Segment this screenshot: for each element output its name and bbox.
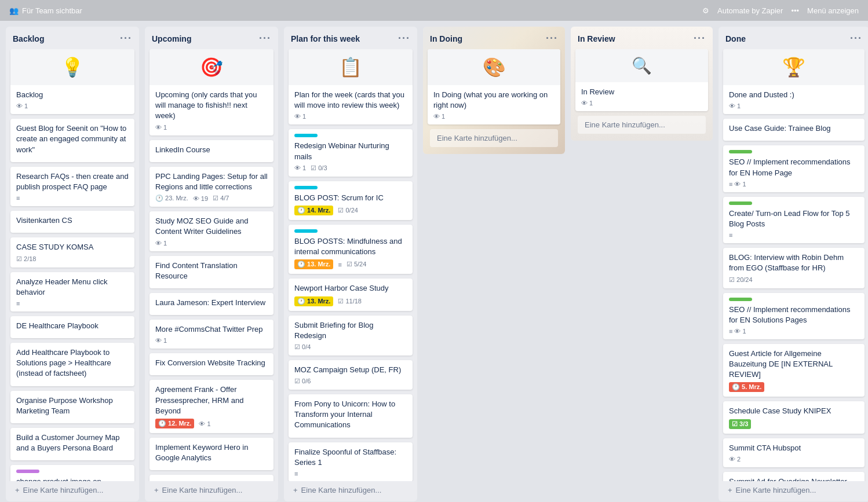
list-item[interactable]: SEO // Implement recommendations for EN … (723, 293, 865, 339)
column-menu-plan-week[interactable]: ··· (398, 32, 410, 45)
list-item[interactable]: Agreement Frank - Offer Pressesprecher, … (149, 380, 273, 433)
column-cards-backlog: 💡 Backlog 👁 1 Guest Blog for Seenit on "… (6, 49, 139, 481)
list-item[interactable]: PPC Landing Pages: Setup for all Regions… (149, 167, 273, 207)
cover-card-upcoming[interactable]: 🎯 Upcoming (only cards that you will man… (149, 49, 273, 135)
list-item[interactable]: Submit Job Position "Product Marketing M… (149, 475, 273, 481)
list-item[interactable]: Study MOZ SEO Guide and Content Writer G… (149, 211, 273, 251)
column-header-backlog: Backlog ··· (6, 27, 139, 49)
column-menu-in-doing[interactable]: ··· (546, 32, 558, 45)
list-item[interactable]: CASE STUDY KOMSA ☑ 2/18 (10, 237, 134, 267)
automate-link[interactable]: Automate by Zapier (717, 6, 783, 15)
cover-card-plan-week[interactable]: 📋 Plan for the week (cards that you will… (289, 49, 413, 124)
list-item[interactable]: Fix Conversion Website Tracking (149, 353, 273, 375)
in-doing-content: In Doing ··· 🎨 In Doing (what you are wo… (423, 27, 565, 154)
column-plan-week: Plan for this week ··· 📋 Plan for the we… (284, 27, 417, 501)
list-item[interactable]: Schedule Case Study KNIPEX ☑ 3/3 (723, 401, 865, 433)
list-item[interactable]: From Pony to Unicorn: How to Transform y… (289, 394, 413, 438)
cover-title-backlog: Backlog (16, 90, 129, 100)
cover-card-in-review[interactable]: 🔍 In Review 👁 1 (575, 49, 708, 111)
column-header-in-doing: In Doing ··· (423, 27, 565, 49)
list-item[interactable]: Summit CTA Hubspot 👁 2 (723, 438, 865, 467)
menu-link[interactable]: Menü anzeigen (807, 6, 859, 15)
list-item[interactable]: BLOG: Interview with Robin Dehm from EGO… (723, 248, 865, 288)
column-header-plan-week: Plan for this week ··· (284, 27, 417, 49)
label-bar (294, 229, 318, 233)
label-bar (729, 201, 752, 205)
list-item[interactable]: Analyze Header Menu click behavior ≡ (10, 272, 134, 312)
column-menu-backlog[interactable]: ··· (120, 32, 132, 45)
cover-card-in-doing[interactable]: 🎨 In Doing (what you are working on righ… (428, 49, 560, 124)
top-bar-right: ⚙ Automate by Zapier ••• Menü anzeigen (702, 6, 859, 15)
list-item[interactable]: Laura Jameson: Expert Interview (149, 293, 273, 315)
column-header-upcoming: Upcoming ··· (145, 27, 278, 49)
list-item[interactable]: DE Healthcare Playbook (10, 316, 134, 338)
list-item[interactable]: Guest Article for Allgemeine Bauzeitung … (723, 344, 865, 397)
list-item[interactable]: Submit Briefing for Blog Redesign ☑ 0/4 (289, 316, 413, 356)
list-item[interactable]: Summit Ad for Quadriga Newsletter ≡ 👁 1 (723, 472, 865, 481)
list-item[interactable]: Finalize Spoonful of Staffbase: Series 1… (289, 442, 413, 481)
column-cards-in-doing: 🎨 In Doing (what you are working on righ… (423, 49, 565, 154)
column-header-done: Done ··· (719, 27, 868, 49)
add-card-in-review[interactable]: Eine Karte hinzufügen... (578, 116, 706, 134)
list-item[interactable]: BLOG POST: Scrum for IC 🕐 14. Mrz. ☑ 0/2… (289, 181, 413, 220)
add-card-backlog[interactable]: + Eine Karte hinzufügen... (8, 481, 137, 499)
column-done: Done ··· 🏆 Done and Dusted :) 👁 1 Use Ca… (719, 27, 868, 501)
add-card-done[interactable]: + Eine Karte hinzufügen... (721, 481, 867, 499)
list-item[interactable]: Organise Purpose Workshop Marketing Team (10, 391, 134, 423)
column-header-in-review: In Review ··· (571, 27, 713, 49)
cover-body-backlog: Backlog 👁 1 (10, 85, 134, 114)
list-item[interactable]: Redesign Webinar Nurturing mails 👁 1 ☑ 0… (289, 129, 413, 176)
cover-body-plan-week: Plan for the week (cards that you will m… (289, 85, 413, 124)
list-item[interactable]: Build a Customer Journey Map and a Buyer… (10, 428, 134, 460)
column-cards-in-review: 🔍 In Review 👁 1 Eine Karte hinzufügen... (571, 49, 713, 141)
list-item[interactable]: SEO // Implement recommendations for EN … (723, 145, 865, 192)
column-in-review: In Review ··· 🔍 In Review 👁 1 Eine Karte… (571, 27, 713, 141)
cover-card-done[interactable]: 🏆 Done and Dusted :) 👁 1 (723, 49, 865, 114)
label-bar (16, 470, 39, 473)
board: Backlog ··· 💡 Backlog 👁 1 Guest Blog for… (0, 21, 868, 502)
add-card-upcoming[interactable]: + Eine Karte hinzufügen... (147, 481, 276, 499)
cover-meta-backlog: 👁 1 (16, 102, 129, 109)
column-title-in-doing: In Doing (430, 34, 462, 43)
column-menu-upcoming[interactable]: ··· (259, 32, 271, 45)
list-item[interactable]: Implement Keyword Hero in Google Analyti… (149, 438, 273, 470)
list-item[interactable]: Use Case Guide: Trainee Blog (723, 119, 865, 141)
list-item[interactable]: More #CommsChat Twitter Prep 👁 1 (149, 320, 273, 349)
cover-icon-plan-week: 📋 (289, 49, 413, 85)
list-item[interactable]: Newport Harbor Case Study 🕐 13. Mrz. ☑ 1… (289, 279, 413, 310)
top-bar: 👥 Für Team sichtbar ⚙ Automate by Zapier… (0, 0, 868, 21)
cover-body-done: Done and Dusted :) 👁 1 (723, 85, 865, 114)
cover-watch-backlog: 👁 1 (16, 102, 28, 109)
list-item[interactable]: MOZ Campaign Setup (DE, FR) ☑ 0/6 (289, 360, 413, 390)
cover-body-in-doing: In Doing (what you are working on right … (428, 85, 560, 124)
label-bar (729, 150, 752, 153)
list-item[interactable]: Research FAQs - then create and publish … (10, 167, 134, 206)
add-card-in-doing[interactable]: Eine Karte hinzufügen... (430, 129, 558, 147)
list-item[interactable]: BLOG POSTS: Mindfulness and internal com… (289, 225, 413, 274)
label-bar (729, 298, 752, 301)
column-menu-in-review[interactable]: ··· (694, 32, 706, 45)
list-item[interactable]: Find Content Translation Resource (149, 256, 273, 288)
gear-icon: ⚙ (702, 6, 709, 15)
list-item[interactable]: LinkedIn Course (149, 140, 273, 162)
list-item[interactable]: Guest Blog for Seenit on "How to create … (10, 119, 134, 162)
column-in-doing: In Doing ··· 🎨 In Doing (what you are wo… (423, 27, 565, 154)
people-icon: 👥 (9, 6, 19, 15)
cover-body-upcoming: Upcoming (only cards that you will manag… (149, 85, 273, 135)
list-item[interactable]: Visitenkarten CS (10, 211, 134, 233)
list-item[interactable]: Create/ Turn-on Lead Flow for Top 5 Blog… (723, 197, 865, 243)
cover-icon-backlog: 💡 (10, 49, 134, 85)
column-cards-plan-week: 📋 Plan for the week (cards that you will… (284, 49, 417, 481)
list-item[interactable]: Add Healthcare Playbook to Solutions pag… (10, 343, 134, 386)
visibility-label: Für Team sichtbar (22, 6, 82, 15)
add-card-plan-week[interactable]: + Eine Karte hinzufügen... (286, 481, 415, 499)
cover-card-backlog[interactable]: 💡 Backlog 👁 1 (10, 49, 134, 114)
column-title-backlog: Backlog (13, 34, 44, 43)
list-item[interactable]: change product image on sharepoint solut… (10, 465, 134, 481)
column-title-upcoming: Upcoming (152, 34, 191, 43)
dots-icon: ••• (791, 6, 799, 15)
column-menu-done[interactable]: ··· (850, 32, 862, 45)
column-title-plan-week: Plan for this week (291, 34, 360, 43)
label-bar (294, 186, 318, 189)
column-title-in-review: In Review (578, 34, 615, 43)
